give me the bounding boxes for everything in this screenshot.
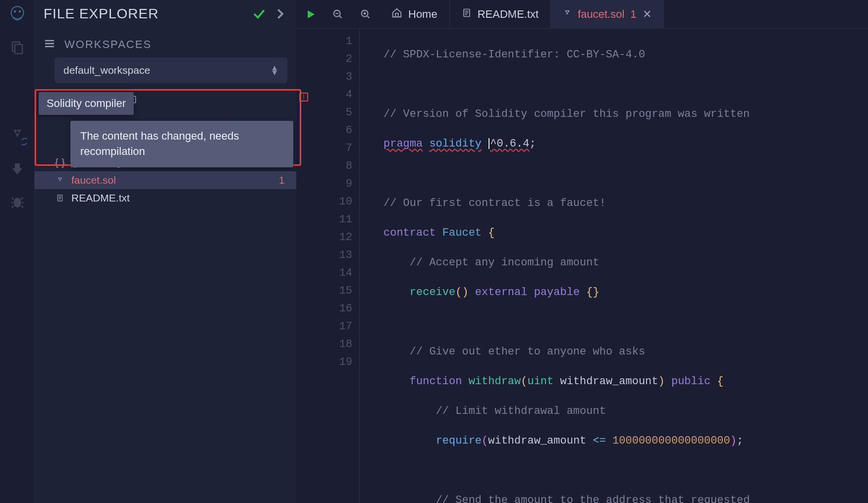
- hamburger-icon[interactable]: [44, 38, 55, 51]
- file-name: faucet.sol: [71, 174, 116, 186]
- line-number: 18: [312, 336, 359, 353]
- error-marker-icon[interactable]: !: [299, 93, 308, 101]
- tooltip-compiler: Solidity compiler: [39, 92, 134, 115]
- editor-tabs: Home README.txt faucet.sol 1 ✕: [296, 0, 868, 29]
- text-file-icon: [54, 194, 65, 202]
- line-number: 2: [312, 50, 359, 68]
- workspaces-header: WORKSPACES: [35, 28, 296, 57]
- panel-header: FILE EXPLORER: [35, 0, 296, 28]
- line-number: 15: [312, 282, 359, 300]
- activity-bar: [0, 0, 35, 503]
- workspaces-label: WORKSPACES: [64, 38, 152, 51]
- line-number: 7: [312, 140, 359, 157]
- zoom-in-button[interactable]: [352, 0, 380, 29]
- debugger-icon[interactable]: [7, 192, 27, 212]
- code-area[interactable]: // SPDX-License-Identifier: CC-BY-SA-4.0…: [360, 29, 868, 503]
- line-number: 9: [312, 175, 359, 193]
- remix-logo-icon[interactable]: [7, 4, 27, 24]
- tooltip-recompile: The content has changed, needs recompila…: [70, 121, 293, 167]
- tab-faucet[interactable]: faucet.sol 1 ✕: [551, 0, 663, 29]
- line-number: 6: [312, 122, 359, 140]
- json-file-icon: { }: [54, 156, 65, 168]
- run-button[interactable]: [296, 0, 324, 29]
- line-number: 1: [312, 33, 359, 50]
- tab-home[interactable]: Home: [380, 0, 450, 29]
- tab-label: Home: [408, 8, 437, 21]
- file-explorer-panel: FILE EXPLORER WORKSPACES default_workspa…: [35, 0, 296, 503]
- svg-point-2: [19, 11, 20, 12]
- tab-readme[interactable]: README.txt: [450, 0, 551, 29]
- line-number: 16: [312, 300, 359, 318]
- file-name: README.txt: [71, 192, 130, 204]
- chevron-right-icon[interactable]: [272, 6, 287, 21]
- panel-title: FILE EXPLORER: [44, 6, 246, 22]
- workspace-selected-value: default_workspace: [63, 64, 150, 76]
- tab-label: README.txt: [478, 8, 539, 21]
- solidity-file-icon: [54, 176, 65, 184]
- check-icon[interactable]: [252, 6, 267, 21]
- svg-point-1: [14, 11, 15, 12]
- svg-rect-4: [15, 45, 22, 54]
- tab-error-count: 1: [630, 8, 636, 21]
- home-icon: [391, 7, 402, 21]
- line-number: 5: [312, 104, 359, 122]
- close-icon[interactable]: ✕: [643, 8, 651, 21]
- solidity-file-icon: [563, 8, 572, 21]
- file-row-faucet[interactable]: faucet.sol 1: [35, 171, 296, 189]
- editor-pane: Home README.txt faucet.sol 1 ✕ ! 1234567…: [296, 0, 868, 503]
- line-number: 4: [312, 86, 359, 104]
- line-number: 19: [312, 353, 359, 371]
- select-updown-icon: ▲▼: [271, 65, 278, 75]
- file-row-readme[interactable]: README.txt: [35, 189, 296, 207]
- line-number: 10: [312, 193, 359, 211]
- line-number: 11: [312, 211, 359, 229]
- line-number: 12: [312, 229, 359, 247]
- svg-point-5: [13, 198, 21, 207]
- deploy-run-icon[interactable]: [7, 158, 27, 178]
- line-number-gutter: 12345678910111213141516171819: [312, 29, 360, 503]
- workspace-select[interactable]: default_workspace ▲▼: [54, 57, 287, 83]
- line-number: 14: [312, 264, 359, 282]
- line-number: 17: [312, 318, 359, 336]
- line-number: 3: [312, 68, 359, 86]
- text-file-icon: [462, 8, 472, 21]
- line-number: 13: [312, 247, 359, 264]
- error-count-badge: 1: [279, 175, 287, 186]
- solidity-compiler-icon[interactable]: [7, 125, 27, 145]
- editor-body: ! 12345678910111213141516171819 // SPDX-…: [296, 29, 868, 503]
- svg-point-0: [11, 6, 23, 19]
- file-explorer-icon[interactable]: [7, 38, 27, 57]
- tab-label: faucet.sol: [578, 8, 624, 21]
- error-gutter: !: [296, 29, 312, 503]
- zoom-out-button[interactable]: [324, 0, 352, 29]
- line-number: 8: [312, 157, 359, 175]
